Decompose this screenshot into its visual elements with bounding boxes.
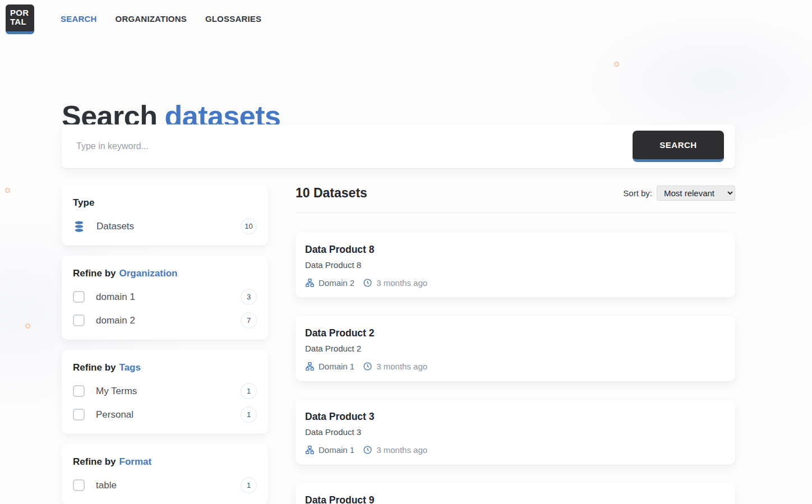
database-icon	[73, 220, 85, 233]
checkbox-my-terms[interactable]	[73, 385, 85, 397]
filter-option-label: domain 1	[96, 292, 241, 303]
filter-option-domain-2: domain 2 7	[73, 312, 257, 329]
filter-option-label: Personal	[96, 409, 241, 420]
filter-option-my-terms: My Terms 1	[73, 383, 257, 399]
organization-filter-card: Refine byOrganization domain 1 3 domain …	[62, 256, 268, 340]
checkbox-personal[interactable]	[73, 409, 85, 420]
clock-icon	[363, 362, 372, 371]
portal-logo-line1: POR	[10, 8, 34, 17]
top-navigation-bar: POR TAL SEARCH ORGANIZATIONS GLOSSARIES	[0, 0, 812, 37]
checkbox-domain-2[interactable]	[73, 315, 85, 326]
search-bar: SEARCH	[62, 124, 735, 168]
dataset-updated: 3 months ago	[376, 362, 427, 371]
results-panel: 10 Datasets Sort by: Most relevant Data …	[296, 185, 735, 504]
dataset-card-data-product-8[interactable]: Data Product 8 Data Product 8 Domain 2 3…	[296, 233, 735, 298]
dataset-updated: 3 months ago	[376, 445, 427, 455]
format-heading-prefix: Refine by	[73, 456, 116, 467]
checkbox-domain-1[interactable]	[73, 291, 85, 303]
dataset-meta: Domain 1 3 months ago	[305, 445, 726, 455]
results-divider	[296, 212, 735, 213]
filter-option-table: table 1	[73, 477, 257, 493]
dataset-domain: Domain 1	[319, 362, 354, 371]
dataset-description: Data Product 3	[305, 427, 726, 437]
sitemap-icon	[305, 362, 315, 371]
checkbox-table[interactable]	[73, 479, 85, 491]
clock-icon	[363, 445, 372, 455]
portal-logo-line2: TAL	[10, 17, 34, 26]
tags-heading-highlight: Tags	[119, 362, 141, 373]
dataset-meta: Domain 2 3 months ago	[305, 278, 726, 288]
results-count-heading: 10 Datasets	[296, 186, 367, 201]
nav-link-glossaries[interactable]: GLOSSARIES	[205, 14, 261, 24]
tags-heading-prefix: Refine by	[73, 362, 116, 373]
results-header: 10 Datasets Sort by: Most relevant	[296, 185, 735, 201]
filter-option-domain-1: domain 1 3	[73, 289, 257, 305]
format-heading-highlight: Format	[119, 456, 152, 467]
filter-option-label: table	[96, 480, 241, 491]
dataset-card-data-product-9[interactable]: Data Product 9	[296, 483, 735, 504]
decorative-ring	[25, 323, 30, 329]
dataset-title[interactable]: Data Product 2	[305, 327, 726, 339]
sort-label: Sort by:	[623, 188, 652, 198]
search-button[interactable]: SEARCH	[633, 131, 724, 162]
dataset-title[interactable]: Data Product 8	[305, 244, 726, 256]
filter-option-count: 1	[241, 406, 257, 423]
dataset-card-data-product-3[interactable]: Data Product 3 Data Product 3 Domain 1 3…	[296, 400, 735, 465]
filter-option-label: My Terms	[96, 386, 241, 397]
dataset-description: Data Product 8	[305, 260, 726, 270]
type-item-label: Datasets	[96, 221, 241, 232]
filter-option-personal: Personal 1	[73, 406, 257, 423]
filter-option-label: domain 2	[96, 315, 241, 326]
clock-icon	[363, 278, 372, 288]
type-heading: Type	[73, 197, 257, 209]
organization-heading-highlight: Organization	[119, 268, 178, 279]
dataset-meta: Domain 1 3 months ago	[305, 362, 726, 371]
portal-logo[interactable]: POR TAL	[6, 4, 34, 34]
format-filter-card: Refine byFormat table 1	[62, 444, 268, 504]
decorative-ring	[614, 62, 619, 67]
sort-select[interactable]: Most relevant	[657, 186, 735, 201]
dataset-description: Data Product 2	[305, 344, 726, 353]
dataset-title[interactable]: Data Product 3	[305, 411, 726, 423]
format-heading: Refine byFormat	[73, 456, 257, 468]
type-item-count: 10	[241, 218, 257, 234]
dataset-title[interactable]: Data Product 9	[305, 494, 726, 504]
dataset-domain: Domain 2	[319, 278, 354, 288]
filter-sidebar: Type Datasets 10 Refine byOrganization d…	[62, 185, 268, 504]
search-input[interactable]	[62, 124, 633, 168]
dataset-domain: Domain 1	[319, 445, 354, 455]
filter-option-count: 7	[241, 312, 257, 329]
sitemap-icon	[305, 445, 315, 455]
organization-heading: Refine byOrganization	[73, 268, 257, 279]
type-filter-card: Type Datasets 10	[62, 185, 268, 246]
tags-filter-card: Refine byTags My Terms 1 Personal 1	[62, 350, 268, 434]
filter-option-count: 3	[241, 289, 257, 305]
dataset-card-data-product-2[interactable]: Data Product 2 Data Product 2 Domain 1 3…	[296, 316, 735, 381]
tags-heading: Refine byTags	[73, 362, 257, 373]
organization-heading-prefix: Refine by	[73, 268, 116, 279]
dataset-updated: 3 months ago	[376, 278, 427, 288]
sort-control: Sort by: Most relevant	[623, 186, 735, 201]
sitemap-icon	[305, 278, 315, 288]
decorative-ring	[5, 188, 10, 193]
nav-link-search[interactable]: SEARCH	[61, 14, 97, 24]
type-item-datasets[interactable]: Datasets 10	[73, 218, 257, 234]
main-nav: SEARCH ORGANIZATIONS GLOSSARIES	[61, 0, 261, 37]
nav-link-organizations[interactable]: ORGANIZATIONS	[116, 14, 187, 24]
filter-option-count: 1	[241, 383, 257, 399]
filter-option-count: 1	[241, 477, 257, 493]
